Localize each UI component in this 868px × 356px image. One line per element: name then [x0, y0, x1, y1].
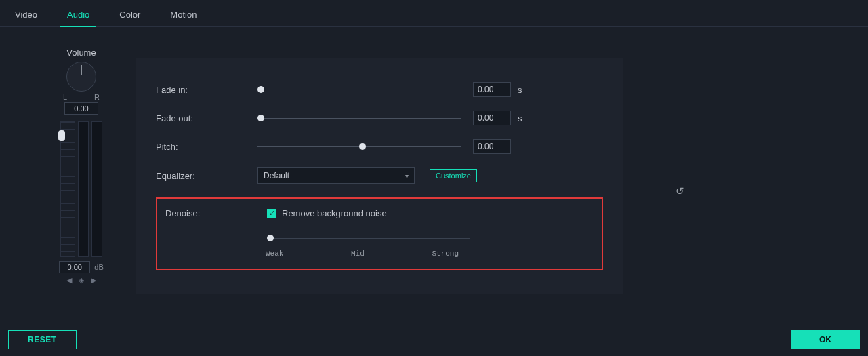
reset-button[interactable]: RESET	[8, 330, 77, 349]
denoise-scale-mid: Mid	[351, 250, 365, 258]
ok-button[interactable]: OK	[791, 330, 860, 349]
volume-panel: Volume L R 0.00 0.00 dB ◀ ◈ ▶	[41, 47, 122, 285]
fade-in-value[interactable]: 0.00	[473, 82, 511, 97]
denoise-slider[interactable]	[267, 233, 430, 243]
pan-value[interactable]: 0.00	[64, 102, 98, 115]
denoise-checkbox-label: Remove background noise	[282, 208, 387, 218]
audio-settings-panel: Fade in: 0.00 s Fade out: 0.00 s Pitch:	[136, 58, 623, 294]
db-value[interactable]: 0.00	[59, 261, 90, 273]
pitch-label: Pitch:	[156, 142, 257, 152]
volume-fader[interactable]	[60, 121, 75, 257]
fade-out-value[interactable]: 0.00	[473, 111, 511, 125]
equalizer-label: Equalizer:	[156, 171, 257, 181]
customize-button[interactable]: Customize	[430, 169, 477, 182]
tab-video[interactable]: Video	[0, 5, 52, 26]
fade-in-unit: s	[518, 85, 522, 95]
tab-bar: Video Audio Color Motion	[0, 0, 868, 27]
next-icon[interactable]: ▶	[91, 276, 96, 285]
reset-icon[interactable]: ↺	[676, 185, 684, 197]
chevron-down-icon: ▾	[405, 172, 409, 180]
meter-left	[78, 121, 89, 257]
pitch-value[interactable]: 0.00	[473, 139, 511, 154]
db-unit: dB	[94, 263, 103, 271]
pitch-slider[interactable]	[257, 142, 461, 151]
denoise-label: Denoise:	[165, 208, 267, 218]
volume-label: Volume	[41, 47, 122, 58]
fade-out-label: Fade out:	[156, 113, 257, 123]
meter-right	[91, 121, 102, 257]
pan-right-label: R	[94, 93, 100, 101]
prev-icon[interactable]: ◀	[66, 276, 72, 285]
denoise-section: Denoise: ✓ Remove background noise Weak …	[156, 197, 603, 270]
tab-color[interactable]: Color	[104, 5, 155, 26]
fade-in-label: Fade in:	[156, 85, 257, 95]
fade-out-slider[interactable]	[257, 113, 461, 123]
equalizer-selected: Default	[264, 171, 289, 180]
level-meters	[41, 121, 122, 257]
volume-knob[interactable]	[66, 62, 96, 92]
tab-audio[interactable]: Audio	[52, 5, 104, 26]
denoise-checkbox[interactable]: ✓	[267, 209, 276, 218]
denoise-scale-weak: Weak	[266, 250, 283, 258]
denoise-scale-strong: Strong	[432, 250, 459, 258]
tab-motion[interactable]: Motion	[155, 5, 211, 26]
pan-left-label: L	[63, 93, 67, 101]
stop-icon[interactable]: ◈	[79, 276, 84, 285]
fader-handle[interactable]	[58, 130, 65, 141]
fade-in-slider[interactable]	[257, 85, 461, 94]
equalizer-select[interactable]: Default ▾	[257, 167, 415, 184]
fade-out-unit: s	[518, 113, 522, 123]
